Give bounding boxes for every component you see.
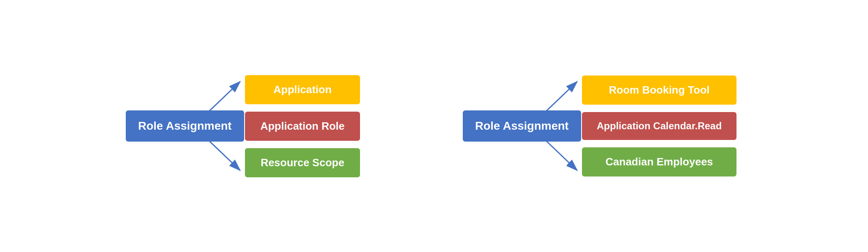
diagram1: Role Assignment Application Application … bbox=[113, 48, 401, 204]
diagram2-target-calendar: Application Calendar.Read bbox=[582, 112, 736, 140]
diagram2-target-room: Room Booking Tool bbox=[582, 76, 736, 105]
diagram1-target-role: Application Role bbox=[245, 112, 360, 141]
diagram1-target-application: Application bbox=[245, 75, 360, 104]
diagram1-source: Role Assignment bbox=[126, 110, 244, 142]
diagrams-container: Role Assignment Application Application … bbox=[0, 0, 868, 252]
diagram2-source: Role Assignment bbox=[463, 110, 581, 142]
diagram1-target-scope: Resource Scope bbox=[245, 148, 360, 177]
diagram2: Role Assignment Room Booking Tool Applic… bbox=[450, 48, 755, 204]
diagram2-target-employees: Canadian Employees bbox=[582, 147, 736, 176]
